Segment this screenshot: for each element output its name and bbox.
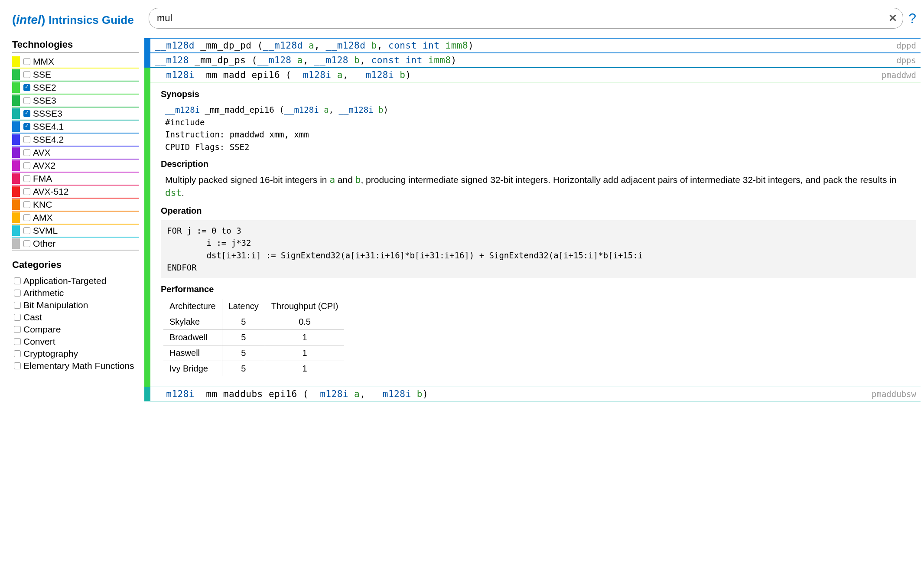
result-swatch	[144, 39, 150, 52]
tech-checkbox[interactable]	[23, 188, 30, 195]
tech-item-avx[interactable]: AVX	[12, 147, 139, 160]
cat-item[interactable]: Cast	[12, 311, 139, 323]
cat-item[interactable]: Cryptography	[12, 348, 139, 360]
tech-label: SSE	[33, 69, 51, 80]
tech-item-avx512[interactable]: AVX-512	[12, 186, 139, 199]
tech-checkbox[interactable]	[23, 123, 30, 130]
tech-swatch	[12, 186, 20, 197]
search-wrap: ✕	[149, 8, 903, 29]
performance-heading: Performance	[161, 284, 916, 294]
tech-checkbox[interactable]	[23, 58, 30, 65]
cat-item[interactable]: Application-Targeted	[12, 275, 139, 287]
synopsis-code: __m128i _mm_madd_epi16 (__m128i a, __m12…	[161, 104, 916, 153]
tech-checkbox[interactable]	[23, 240, 30, 247]
result-instruction: pmaddwd	[882, 70, 921, 80]
tech-checkbox[interactable]	[23, 175, 30, 182]
tech-checkbox[interactable]	[23, 201, 30, 208]
result-row[interactable]: __m128i _mm_madd_epi16 (__m128i a, __m12…	[144, 68, 921, 82]
tech-checkbox[interactable]	[23, 227, 30, 234]
sidebar: (intel) Intrinsics Guide Technologies MM…	[0, 0, 144, 567]
tech-label: SSE2	[33, 82, 56, 93]
tech-item-sse3[interactable]: SSE3	[12, 94, 139, 108]
help-button[interactable]: ?	[908, 10, 916, 26]
tech-swatch	[12, 212, 20, 223]
cat-label: Elementary Math Functions	[23, 361, 134, 371]
cat-checkbox[interactable]	[14, 314, 21, 321]
technologies-list: MMXSSESSE2SSE3SSSE3SSE4.1SSE4.2AVXAVX2FM…	[12, 55, 139, 251]
table-row: Ivy Bridge51	[163, 361, 344, 376]
tech-swatch	[12, 199, 20, 210]
table-row: Haswell51	[163, 345, 344, 361]
clear-search-button[interactable]: ✕	[888, 12, 897, 24]
tech-checkbox[interactable]	[23, 136, 30, 143]
cat-checkbox[interactable]	[14, 302, 21, 309]
cat-item[interactable]: Bit Manipulation	[12, 299, 139, 311]
result-row[interactable]: __m128i _mm_maddubs_epi16 (__m128i a, __…	[144, 387, 921, 401]
result-signature: __m128 _mm_dp_ps (__m128 a, __m128 b, co…	[150, 53, 896, 67]
tech-checkbox[interactable]	[23, 110, 30, 117]
tech-item-svml[interactable]: SVML	[12, 225, 139, 238]
tech-swatch	[12, 160, 20, 171]
tech-item-mmx[interactable]: MMX	[12, 55, 139, 68]
tech-item-amx[interactable]: AMX	[12, 212, 139, 225]
cat-checkbox[interactable]	[14, 362, 21, 369]
cat-item[interactable]: Convert	[12, 336, 139, 348]
result-row[interactable]: __m128d _mm_dp_pd (__m128d a, __m128d b,…	[144, 38, 921, 53]
result-row[interactable]: __m128 _mm_dp_ps (__m128 a, __m128 b, co…	[144, 53, 921, 68]
cat-checkbox[interactable]	[14, 290, 21, 297]
tech-swatch	[12, 95, 20, 106]
tech-label: SVML	[33, 225, 58, 236]
result-swatch	[144, 68, 150, 82]
tech-item-sse2[interactable]: SSE2	[12, 81, 139, 94]
cat-checkbox[interactable]	[14, 338, 21, 345]
cat-label: Convert	[23, 336, 55, 347]
detail-swatch	[144, 82, 150, 387]
top-bar: ✕ ?	[144, 0, 921, 38]
tech-checkbox[interactable]	[23, 162, 30, 169]
tech-label: SSSE3	[33, 108, 62, 119]
tech-item-other[interactable]: Other	[12, 238, 139, 251]
tech-item-sse42[interactable]: SSE4.2	[12, 134, 139, 147]
tech-swatch	[12, 134, 20, 145]
table-row: Skylake50.5	[163, 314, 344, 329]
operation-code: FOR j := 0 to 3 i := j*32 dst[i+31:i] :=…	[161, 220, 916, 278]
tech-item-ssse3[interactable]: SSSE3	[12, 108, 139, 121]
tech-label: AVX	[33, 147, 50, 158]
tech-checkbox[interactable]	[23, 97, 30, 104]
synopsis-heading: Synopsis	[161, 89, 916, 99]
categories-heading: Categories	[12, 259, 139, 272]
cat-item[interactable]: Elementary Math Functions	[12, 360, 139, 372]
tech-label: Other	[33, 238, 56, 249]
tech-item-fma[interactable]: FMA	[12, 173, 139, 186]
tech-item-sse41[interactable]: SSE4.1	[12, 121, 139, 134]
cat-checkbox[interactable]	[14, 326, 21, 333]
tech-swatch	[12, 238, 20, 249]
tech-checkbox[interactable]	[23, 84, 30, 91]
main: ✕ ? __m128d _mm_dp_pd (__m128d a, __m128…	[144, 0, 924, 567]
cat-checkbox[interactable]	[14, 350, 21, 357]
tech-item-sse[interactable]: SSE	[12, 68, 139, 81]
cat-checkbox[interactable]	[14, 277, 21, 284]
tech-checkbox[interactable]	[23, 149, 30, 156]
tech-swatch	[12, 225, 20, 236]
tech-label: AVX-512	[33, 186, 69, 197]
result-swatch	[144, 53, 150, 67]
tech-checkbox[interactable]	[23, 71, 30, 78]
result-signature: __m128i _mm_maddubs_epi16 (__m128i a, __…	[150, 387, 872, 401]
tech-checkbox[interactable]	[23, 214, 30, 221]
description-text: Multiply packed signed 16-bit integers i…	[161, 173, 916, 200]
tech-label: FMA	[33, 173, 52, 184]
tech-item-avx2[interactable]: AVX2	[12, 160, 139, 173]
cat-item[interactable]: Compare	[12, 323, 139, 336]
cat-item[interactable]: Arithmetic	[12, 287, 139, 299]
tech-item-knc[interactable]: KNC	[12, 199, 139, 212]
search-input[interactable]	[149, 8, 903, 29]
tech-label: SSE4.1	[33, 121, 64, 132]
result-instruction: dpps	[896, 55, 921, 65]
cat-label: Cryptography	[23, 349, 78, 359]
tech-swatch	[12, 108, 20, 119]
result-detail: Synopsis__m128i _mm_madd_epi16 (__m128i …	[144, 82, 921, 387]
detail-body: Synopsis__m128i _mm_madd_epi16 (__m128i …	[150, 82, 921, 387]
cat-label: Arithmetic	[23, 288, 64, 298]
table-row: Broadwell51	[163, 329, 344, 345]
